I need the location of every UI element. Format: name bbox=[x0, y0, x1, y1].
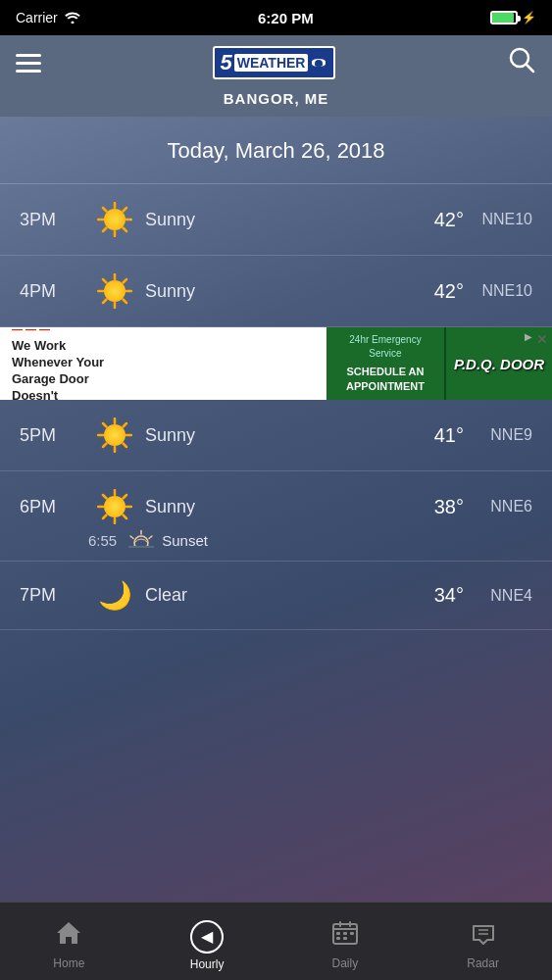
status-left: Carrier bbox=[16, 10, 81, 26]
sunset-time: 6:55 bbox=[88, 532, 117, 549]
svg-rect-45 bbox=[350, 932, 354, 935]
sun-icon-5pm bbox=[97, 417, 132, 453]
tab-radar[interactable]: Radar bbox=[414, 912, 552, 970]
temp-6pm: 38° bbox=[385, 496, 464, 518]
svg-line-24 bbox=[124, 423, 127, 427]
svg-line-9 bbox=[103, 228, 107, 232]
location-text: BANGOR, ME bbox=[224, 90, 329, 107]
carrier-label: Carrier bbox=[16, 10, 58, 25]
icon-3pm bbox=[88, 202, 141, 237]
tab-hourly-label: Hourly bbox=[190, 957, 225, 971]
wind-6pm: NNE6 bbox=[464, 498, 532, 515]
weather-row-3pm: 3PM Sun bbox=[0, 184, 552, 256]
battery-fill bbox=[492, 13, 514, 23]
sun-icon-3pm bbox=[97, 202, 132, 237]
status-right: ⚡ bbox=[490, 11, 536, 24]
weather-row-6pm: 6PM Sun bbox=[0, 471, 552, 562]
ad-center[interactable]: 24hr Emergency Service SCHEDULE AN APPOI… bbox=[326, 327, 444, 400]
svg-rect-46 bbox=[336, 937, 340, 940]
weather-row-7pm: 7PM 🌙 Clear 34° NNE4 bbox=[0, 562, 552, 630]
svg-line-25 bbox=[103, 444, 107, 448]
location-bar: BANGOR, ME bbox=[0, 90, 552, 117]
hourly-icon: ◀ bbox=[201, 927, 213, 946]
moon-icon-7pm: 🌙 bbox=[98, 579, 132, 612]
icon-6pm bbox=[88, 489, 141, 524]
home-icon bbox=[55, 920, 82, 953]
svg-rect-44 bbox=[343, 932, 347, 935]
tab-daily[interactable]: Daily bbox=[276, 912, 415, 970]
wind-5pm: NNE9 bbox=[464, 426, 532, 444]
svg-line-14 bbox=[103, 279, 107, 283]
hourly-circle: ◀ bbox=[190, 920, 224, 954]
logo-weather-text: WEATHER bbox=[234, 54, 309, 72]
weather-row-4pm: 4PM Sun bbox=[0, 256, 552, 327]
tab-home[interactable]: Home bbox=[0, 912, 138, 970]
battery-icon bbox=[490, 11, 518, 24]
svg-line-31 bbox=[124, 515, 127, 519]
weather-row-5pm: 5PM Sun bbox=[0, 400, 552, 471]
sun-icon-6pm bbox=[97, 489, 132, 524]
time-7pm: 7PM bbox=[20, 585, 88, 606]
temp-7pm: 34° bbox=[385, 584, 464, 607]
svg-line-30 bbox=[103, 495, 107, 499]
tab-daily-label: Daily bbox=[332, 956, 359, 970]
svg-line-22 bbox=[103, 423, 107, 427]
condition-3pm: Sunny bbox=[141, 210, 385, 230]
svg-line-37 bbox=[149, 536, 152, 539]
ad-cta: SCHEDULE AN APPOINTMENT bbox=[336, 365, 434, 395]
radar-icon bbox=[470, 920, 497, 953]
ad-banner[interactable]: — — — We Work Whenever Your Garage Door … bbox=[0, 327, 552, 400]
condition-5pm: Sunny bbox=[141, 425, 385, 446]
ad-rope: — — — bbox=[12, 327, 315, 336]
time-3pm: 3PM bbox=[20, 210, 88, 230]
condition-6pm: Sunny bbox=[141, 497, 385, 517]
svg-line-1 bbox=[527, 65, 533, 72]
svg-line-23 bbox=[124, 444, 127, 448]
time-4pm: 4PM bbox=[20, 281, 88, 302]
svg-rect-47 bbox=[343, 937, 347, 940]
time-5pm: 5PM bbox=[20, 425, 88, 446]
temp-5pm: 41° bbox=[385, 424, 464, 447]
logo-eye-icon bbox=[310, 57, 327, 69]
sunset-subrow: 6:55 Sunset bbox=[20, 524, 532, 551]
svg-rect-43 bbox=[336, 932, 340, 935]
sun-icon-4pm bbox=[97, 273, 132, 309]
wind-4pm: NNE10 bbox=[464, 282, 532, 300]
ad-emergency-text: 24hr Emergency Service bbox=[336, 333, 434, 361]
svg-line-8 bbox=[124, 208, 127, 212]
temp-3pm: 42° bbox=[385, 209, 464, 231]
content-area: Today, March 26, 2018 3PM bbox=[0, 117, 552, 914]
menu-button[interactable] bbox=[16, 49, 41, 77]
search-button[interactable] bbox=[507, 45, 536, 80]
icon-4pm bbox=[88, 273, 141, 309]
svg-line-6 bbox=[103, 208, 107, 212]
lightning-icon: ⚡ bbox=[522, 11, 536, 24]
app-logo: 5 WEATHER bbox=[213, 46, 336, 79]
icon-7pm: 🌙 bbox=[88, 579, 141, 612]
ad-text: We Work Whenever Your Garage Door Doesn'… bbox=[12, 338, 315, 400]
time-6pm: 6PM bbox=[20, 497, 88, 517]
ad-left: — — — We Work Whenever Your Garage Door … bbox=[0, 327, 326, 400]
temp-4pm: 42° bbox=[385, 280, 464, 303]
ad-close-button[interactable]: ✕ bbox=[536, 331, 548, 347]
sunset-icon bbox=[128, 530, 154, 551]
ad-promo-icon: ▶ bbox=[525, 331, 532, 342]
status-time: 6:20 PM bbox=[258, 10, 314, 26]
wind-7pm: NNE4 bbox=[464, 587, 532, 605]
daily-icon bbox=[331, 920, 359, 953]
svg-rect-38 bbox=[128, 546, 154, 548]
tab-radar-label: Radar bbox=[467, 956, 499, 970]
icon-5pm bbox=[88, 417, 141, 453]
date-text: Today, March 26, 2018 bbox=[167, 138, 384, 163]
tab-bar: Home ◀ Hourly Daily bbox=[0, 902, 552, 980]
app-header: 5 WEATHER bbox=[0, 35, 552, 90]
svg-line-15 bbox=[124, 300, 127, 304]
logo-box: 5 WEATHER bbox=[213, 46, 336, 79]
wifi-icon bbox=[64, 10, 81, 26]
tab-hourly[interactable]: ◀ Hourly bbox=[138, 912, 276, 971]
condition-4pm: Sunny bbox=[141, 281, 385, 302]
svg-line-7 bbox=[124, 228, 127, 232]
ad-company-name: P.D.Q. DOOR bbox=[454, 356, 544, 372]
svg-line-17 bbox=[103, 300, 107, 304]
svg-line-36 bbox=[130, 536, 133, 539]
